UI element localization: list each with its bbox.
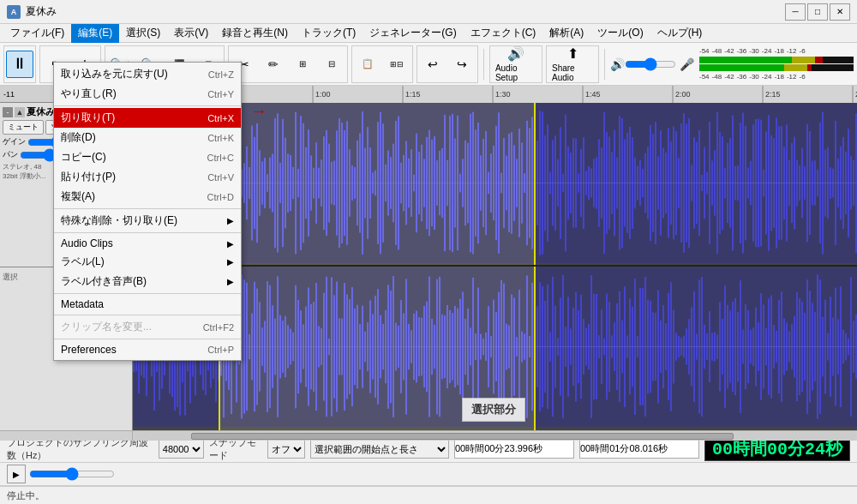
menu-help[interactable]: ヘルプ(H) bbox=[650, 24, 710, 43]
audio-setup-button[interactable]: 🔊 Audio Setup bbox=[489, 45, 542, 83]
redo-shortcut: Ctrl+Y bbox=[207, 89, 234, 99]
menu-edit[interactable]: 編集(E) bbox=[71, 24, 119, 43]
menu-tracks[interactable]: トラック(T) bbox=[295, 24, 363, 43]
menu-labeled-audio[interactable]: ラベル付き音声(B) ▶ bbox=[54, 272, 241, 291]
bottom-row2: ▶ bbox=[0, 463, 857, 486]
menu-paste[interactable]: 貼り付け(P) Ctrl+V bbox=[54, 167, 241, 187]
menu-label[interactable]: ラベル(L) ▶ bbox=[54, 252, 241, 272]
svg-text:2:00: 2:00 bbox=[675, 90, 691, 99]
cut-label: 切り取り(T) bbox=[61, 111, 207, 125]
maximize-button[interactable]: □ bbox=[807, 3, 828, 21]
minimize-button[interactable]: ─ bbox=[785, 3, 806, 21]
output-volume-slider[interactable] bbox=[625, 57, 676, 71]
rename-clip-label: クリップ名を変更... bbox=[61, 320, 203, 334]
meter-dark2 bbox=[812, 64, 854, 71]
undo-label: 取り込みを元に戻す(U) bbox=[61, 67, 208, 81]
undo-btn[interactable]: ↩ bbox=[419, 51, 446, 78]
sep2 bbox=[54, 208, 241, 209]
transport-group: ⏸ bbox=[3, 45, 36, 83]
paste-label: 貼り付け(P) bbox=[61, 170, 207, 184]
menu-rename-clip[interactable]: クリップ名を変更... Ctrl+F2 bbox=[54, 317, 241, 337]
menu-generate[interactable]: ジェネレーター(G) bbox=[363, 24, 463, 43]
volume-icon: 🔊 bbox=[610, 57, 625, 71]
volume-label-text: ゲイン bbox=[3, 136, 26, 147]
metadata-label: Metadata bbox=[61, 298, 234, 310]
draw-tool[interactable]: ✏ bbox=[260, 51, 287, 78]
db-indicator: -11 bbox=[3, 90, 15, 99]
close-button[interactable]: ✕ bbox=[830, 3, 850, 21]
menu-copy[interactable]: コピー(C) Ctrl+C bbox=[54, 147, 241, 167]
menu-file[interactable]: ファイル(F) bbox=[3, 24, 71, 43]
track-collapse-button[interactable]: - bbox=[3, 107, 13, 117]
copy-label: コピー(C) bbox=[61, 150, 207, 165]
selection-end-input[interactable] bbox=[579, 440, 699, 459]
redo-btn[interactable]: ↪ bbox=[448, 51, 476, 78]
menu-audio-clips[interactable]: Audio Clips ▶ bbox=[54, 235, 241, 252]
pause-button[interactable]: ⏸ bbox=[6, 51, 33, 78]
menu-record[interactable]: 録音と再生(N) bbox=[215, 24, 295, 43]
snap-mode-select[interactable]: オフ bbox=[267, 440, 305, 459]
menu-tools[interactable]: ツール(O) bbox=[590, 24, 650, 43]
menu-delete[interactable]: 削除(D) Ctrl+K bbox=[54, 128, 241, 147]
track-minimize-button[interactable]: ▲ bbox=[15, 107, 25, 117]
multi-tool[interactable]: ⊞ bbox=[289, 51, 316, 78]
window-controls: ─ □ ✕ bbox=[785, 3, 850, 21]
menu-effect[interactable]: エフェクト(C) bbox=[464, 24, 543, 43]
meter-bars bbox=[699, 57, 854, 71]
selection-range-select[interactable]: 選択範囲の開始点と長さ bbox=[310, 440, 449, 459]
window-title: 夏休み bbox=[26, 4, 785, 19]
cut-arrow-indicator: → bbox=[250, 101, 267, 121]
menu-view[interactable]: 表示(V) bbox=[167, 24, 215, 43]
mic-icon: 🎤 bbox=[680, 57, 694, 71]
selection-start-input[interactable] bbox=[454, 440, 574, 459]
horizontal-scrollbar bbox=[0, 430, 857, 441]
svg-text:1:15: 1:15 bbox=[405, 90, 421, 99]
menu-redo[interactable]: やり直し(R) Ctrl+Y bbox=[54, 84, 241, 104]
sample-rate-select[interactable]: 48000 bbox=[159, 440, 204, 459]
level-meters: -54-48-42 -36-30 -24-18 -12-6 -54-48-42 … bbox=[699, 45, 854, 83]
svg-text:1:00: 1:00 bbox=[315, 90, 331, 99]
special-delete-arrow: ▶ bbox=[227, 216, 234, 225]
undo-shortcut: Ctrl+Z bbox=[208, 69, 234, 80]
app-icon: A bbox=[7, 5, 21, 19]
duplicate-label: 複製(A) bbox=[61, 189, 207, 204]
sep3 bbox=[54, 232, 241, 233]
copy-shortcut: Ctrl+C bbox=[207, 153, 234, 163]
sep6 bbox=[54, 339, 241, 339]
play-button[interactable]: ▶ bbox=[7, 465, 26, 483]
copy-clip[interactable]: 📋 bbox=[354, 51, 381, 78]
meter-scale: -54-48-42 -36-30 -24-18 -12-6 bbox=[699, 47, 854, 55]
scrollbar-thumb[interactable] bbox=[191, 433, 733, 440]
svg-text:1:45: 1:45 bbox=[585, 90, 601, 99]
menu-preferences[interactable]: Preferences Ctrl+P bbox=[54, 341, 241, 358]
menu-bar: ファイル(F) 編集(E) 選択(S) 表示(V) 録音と再生(N) トラック(… bbox=[0, 24, 857, 43]
duplicate-shortcut: Ctrl+D bbox=[207, 192, 234, 202]
meter-fill-green bbox=[699, 57, 792, 63]
audio-clips-label: Audio Clips bbox=[61, 237, 227, 249]
labeled-audio-label: ラベル付き音声(B) bbox=[61, 274, 227, 289]
menu-cut[interactable]: 切り取り(T) Ctrl+X bbox=[54, 108, 241, 128]
share-audio-label: Share Audio bbox=[552, 63, 593, 82]
menu-metadata[interactable]: Metadata bbox=[54, 296, 241, 313]
menu-undo[interactable]: 取り込みを元に戻す(U) Ctrl+Z bbox=[54, 64, 241, 84]
share-audio-button[interactable]: ⬆ Share Audio bbox=[546, 45, 599, 83]
menu-analyze[interactable]: 解析(A) bbox=[542, 24, 590, 43]
mute-button[interactable]: ミュート bbox=[3, 120, 44, 135]
paste-clip[interactable]: ⊞⊟ bbox=[383, 51, 411, 78]
meter-fill-red bbox=[815, 57, 823, 63]
snap-btn[interactable]: ⊟ bbox=[318, 51, 345, 78]
audio-clips-arrow: ▶ bbox=[227, 239, 234, 249]
clip-group: 📋 ⊞⊟ bbox=[351, 45, 413, 83]
label-arrow: ▶ bbox=[227, 257, 234, 267]
preferences-label: Preferences bbox=[61, 344, 207, 356]
status-text: 停止中。 bbox=[7, 489, 45, 502]
scrollbar-corner bbox=[0, 431, 133, 441]
toolbar-sep1 bbox=[483, 49, 484, 80]
rename-clip-shortcut: Ctrl+F2 bbox=[203, 322, 234, 333]
menu-duplicate[interactable]: 複製(A) Ctrl+D bbox=[54, 187, 241, 207]
output-volume-control: 🔊 🎤 bbox=[610, 45, 694, 83]
menu-special-delete[interactable]: 特殊な削除・切り取り(E) ▶ bbox=[54, 211, 241, 231]
menu-select[interactable]: 選択(S) bbox=[119, 24, 167, 43]
scrollbar-track[interactable] bbox=[134, 432, 856, 441]
playback-speed-slider[interactable] bbox=[29, 471, 115, 477]
